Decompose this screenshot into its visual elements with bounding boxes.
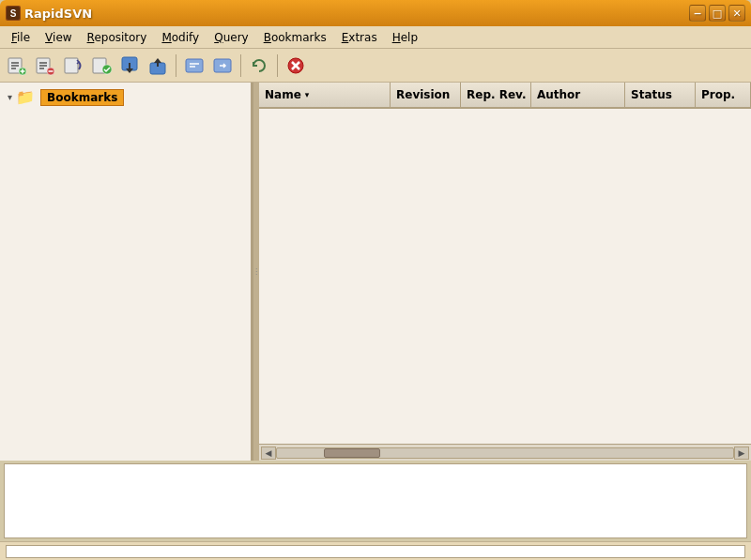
app-icon: S [6,6,21,21]
col-header-prop[interactable]: Prop. [696,83,751,107]
file-panel: Name ▾ Revision Rep. Rev. Author Status … [259,83,751,461]
toolbar-sep-1 [176,54,176,77]
toolbar-checkout-button[interactable] [181,53,207,79]
col-header-author[interactable]: Author [531,83,625,107]
main-content: ▾ 📁 Bookmarks ⋮ Name ▾ Revision Rep. Rev… [0,83,751,560]
menu-query[interactable]: Query [207,29,255,46]
toolbar-delete-button[interactable] [32,53,58,79]
svg-text:S: S [10,8,17,19]
toolbar [0,49,751,83]
menubar: File View Repository Modify Query Bookma… [0,26,751,49]
file-list[interactable] [259,109,751,444]
toolbar-stop-button[interactable] [283,53,309,79]
menu-modify[interactable]: Modify [154,29,207,46]
toolbar-refresh-button[interactable] [246,53,272,79]
status-bar [0,541,751,560]
output-panel[interactable] [4,463,747,538]
sort-arrow-name: ▾ [305,90,310,99]
h-scroll-thumb[interactable] [324,448,380,458]
col-header-status[interactable]: Status [625,83,696,107]
menu-extras[interactable]: Extras [334,29,385,46]
window-title: RapidSVN [24,7,92,21]
tree-expand-arrow[interactable]: ▾ [8,92,12,102]
toolbar-export-button[interactable] [209,53,236,79]
toolbar-sep-2 [240,54,241,77]
menu-bookmarks[interactable]: Bookmarks [256,29,334,46]
window-controls: − □ ✕ [689,5,745,22]
h-scroll-left[interactable]: ◀ [261,446,276,460]
tree-panel[interactable]: ▾ 📁 Bookmarks [0,83,253,461]
menu-repository[interactable]: Repository [80,29,155,46]
status-text [6,545,745,558]
titlebar: S RapidSVN − □ ✕ [0,0,751,26]
col-header-revision[interactable]: Revision [391,83,461,107]
svg-rect-15 [65,58,78,73]
tree-root-item[interactable]: ▾ 📁 Bookmarks [4,86,247,108]
toolbar-update-button[interactable] [116,53,143,79]
col-header-name[interactable]: Name ▾ [259,83,391,107]
h-scrollbar[interactable] [276,447,734,459]
menu-help[interactable]: Help [385,29,425,46]
toolbar-revert-button[interactable] [60,53,86,79]
col-header-reprev[interactable]: Rep. Rev. [461,83,531,107]
maximize-button[interactable]: □ [709,5,726,22]
minimize-button[interactable]: − [689,5,706,22]
toolbar-commit-button[interactable] [145,53,171,79]
close-button[interactable]: ✕ [728,5,745,22]
h-scroll-right[interactable]: ▶ [734,446,749,460]
tree-root-icon: 📁 [16,88,35,106]
titlebar-left: S RapidSVN [6,6,92,21]
bottom-area [0,461,751,560]
menu-view[interactable]: View [38,29,79,46]
column-headers: Name ▾ Revision Rep. Rev. Author Status … [259,83,751,109]
toolbar-resolve-button[interactable] [88,53,115,79]
content-area: ▾ 📁 Bookmarks ⋮ Name ▾ Revision Rep. Rev… [0,83,751,461]
h-scroll-area[interactable]: ◀ ▶ [259,444,751,461]
toolbar-add-button[interactable] [4,53,30,79]
svg-rect-22 [186,59,203,72]
menu-file[interactable]: File [4,29,38,46]
toolbar-sep-3 [277,54,278,77]
tree-root-label[interactable]: Bookmarks [40,89,124,106]
